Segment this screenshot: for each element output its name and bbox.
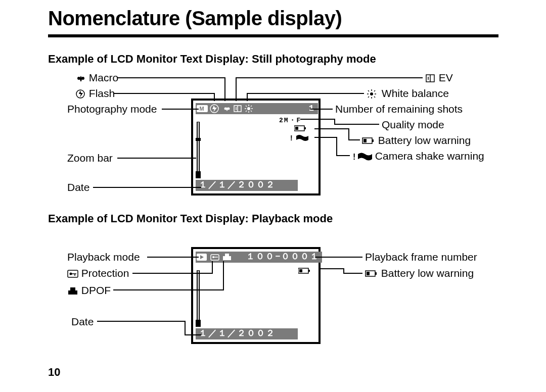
page: Nomenclature (Sample display) Example of… [0,0,546,392]
page-number: 10 [48,366,60,379]
section2-leaders [0,0,546,392]
